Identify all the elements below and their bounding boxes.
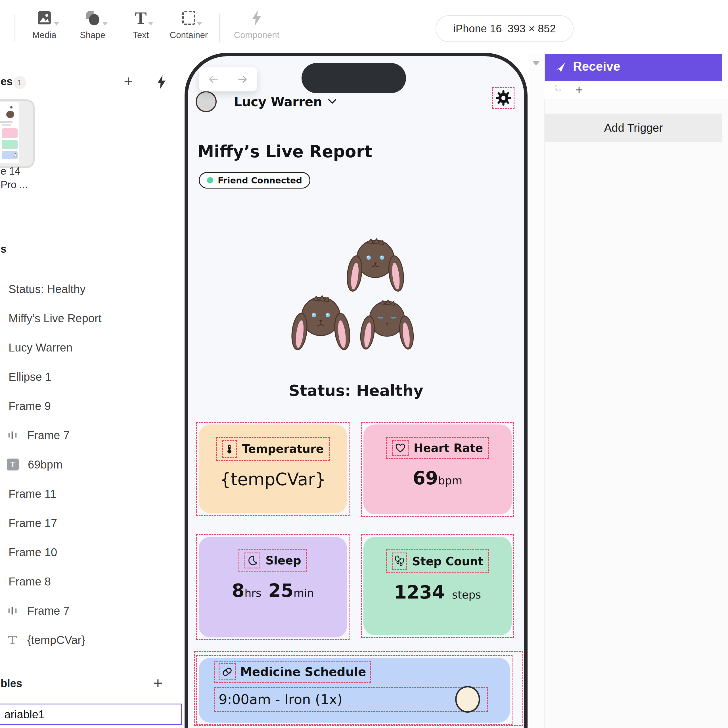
sleep-minutes: 25 <box>268 580 294 601</box>
user-name: Lucy Warren <box>234 95 322 109</box>
avatar[interactable] <box>196 91 217 112</box>
add-variable-button[interactable]: + <box>153 675 163 691</box>
page-lightning-button[interactable] <box>156 74 168 91</box>
card-label: Medicine Schedule <box>240 665 366 679</box>
footsteps-icon[interactable] <box>392 552 407 570</box>
layer-label: 69bpm <box>28 458 63 471</box>
layer-row[interactable]: Status: Healthy <box>0 281 182 297</box>
stack-bars-icon <box>7 430 18 441</box>
heart-rate-value[interactable]: 69 bpm <box>413 468 462 489</box>
report-title[interactable]: Miffy’s Live Report <box>197 142 372 161</box>
forward-button[interactable] <box>228 67 257 92</box>
back-arrow-icon <box>207 75 219 84</box>
medicine-entry-text: 9:00am - Iron (1x) <box>219 691 343 707</box>
add-page-button[interactable]: + <box>124 73 133 89</box>
temperature-card[interactable]: Temperature {tempCVar} <box>199 424 347 513</box>
container-tool-button[interactable]: Container <box>168 8 210 40</box>
text-outline-icon <box>7 634 18 645</box>
bunny-sleepy-illustration[interactable] <box>355 296 419 356</box>
card-label: Sleep <box>266 554 301 567</box>
layer-row[interactable]: Lucy Warren <box>0 339 182 356</box>
chevron-down-icon <box>148 22 154 26</box>
bunny-happy-illustration[interactable] <box>340 237 411 295</box>
layer-label: Frame 9 <box>0 400 51 413</box>
thumbnail-caption-line2: Pro ... <box>1 179 28 191</box>
layer-row[interactable]: {tempCVar} <box>0 632 182 648</box>
layer-row[interactable]: Frame 7 <box>0 603 182 619</box>
device-name: iPhone 16 <box>453 23 502 35</box>
text-tool-label: Text <box>133 30 149 40</box>
add-trigger-button[interactable]: Add Trigger <box>545 113 722 142</box>
medicine-entry-row[interactable]: 9:00am - Iron (1x) <box>214 687 488 712</box>
status-dot <box>207 177 213 184</box>
add-trigger-node-button[interactable]: + <box>575 82 583 97</box>
step-count-value[interactable]: 1234 steps <box>394 582 481 603</box>
user-name-row[interactable]: Lucy Warren <box>234 94 337 110</box>
layer-row[interactable]: Miffy’s Live Report <box>0 310 182 327</box>
container-tool-label: Container <box>170 30 208 40</box>
toolbar-divider <box>14 14 15 42</box>
variables-header: bles <box>1 678 22 690</box>
layers-header: s <box>1 243 6 255</box>
layer-label: {tempCVar} <box>27 634 85 647</box>
layer-row[interactable]: Frame 11 <box>0 486 182 502</box>
moon-icon[interactable] <box>245 552 260 569</box>
pill-icon[interactable] <box>219 663 236 680</box>
variable-name-input[interactable] <box>0 704 182 725</box>
status-text[interactable]: Status: Healthy <box>188 382 524 399</box>
layer-row[interactable]: T 69bpm <box>0 456 182 473</box>
layer-label: Ellipse 1 <box>0 370 51 383</box>
shape-tool-button[interactable]: Shape <box>71 8 114 40</box>
temperature-label-group[interactable]: Temperature <box>216 437 330 461</box>
send-icon <box>553 60 566 73</box>
medicine-label-group[interactable]: Medicine Schedule <box>214 661 371 683</box>
sleep-label-group[interactable]: Sleep <box>239 549 307 572</box>
heart-rate-card[interactable]: Heart Rate 69 bpm <box>363 424 512 514</box>
layer-row[interactable]: Frame 8 <box>0 573 182 590</box>
text-layer-icon: T <box>7 459 19 471</box>
shape-icon <box>84 8 101 28</box>
thermometer-icon[interactable] <box>222 440 237 458</box>
gear-icon <box>495 90 512 106</box>
settings-button[interactable] <box>492 87 514 109</box>
device-size-pill[interactable]: iPhone 16 393 × 852 <box>436 15 574 42</box>
friend-connected-badge[interactable]: Friend Connected <box>199 172 310 188</box>
media-icon <box>36 8 52 28</box>
component-tool-label: Component <box>234 30 279 40</box>
bunny-neutral-illustration[interactable] <box>286 294 355 354</box>
layer-row[interactable]: Frame 17 <box>0 515 182 531</box>
medicine-check-ellipse[interactable] <box>455 686 480 713</box>
media-tool-button[interactable]: Media <box>23 8 66 40</box>
text-icon: T <box>135 8 147 28</box>
sleep-value[interactable]: 8 hrs 25 min <box>232 580 314 601</box>
layer-row[interactable]: Ellipse 1 <box>0 369 182 385</box>
layer-label: Frame 7 <box>27 429 70 442</box>
thumbnail-caption-line1: e 14 <box>1 165 20 177</box>
back-button[interactable] <box>199 67 228 92</box>
temperature-value[interactable]: {tempCVar} <box>220 470 326 489</box>
heart-rate-label-group[interactable]: Heart Rate <box>386 437 489 459</box>
layer-row[interactable]: Frame 7 <box>0 427 182 444</box>
layer-row[interactable]: Frame 10 <box>0 544 182 560</box>
layer-label: Lucy Warren <box>0 341 72 354</box>
media-tool-label: Media <box>32 30 56 40</box>
collapse-caret-icon[interactable] <box>533 61 540 66</box>
layer-row[interactable]: Frame 9 <box>0 398 182 414</box>
component-tool-button[interactable]: Component <box>231 8 282 40</box>
text-tool-button[interactable]: T Text <box>119 8 162 40</box>
stack-bars-icon <box>7 605 18 616</box>
heart-icon[interactable] <box>392 440 408 456</box>
toolbar: Media Shape T Text Container <box>0 0 728 54</box>
receive-header[interactable]: Receive <box>545 52 722 81</box>
toolbar-divider <box>219 14 220 42</box>
sleep-card[interactable]: Sleep 8 hrs 25 min <box>199 537 347 638</box>
steps-unit: steps <box>452 589 481 601</box>
steps-number: 1234 <box>394 582 445 603</box>
layer-label: Status: Healthy <box>0 283 86 295</box>
chevron-down-icon <box>327 98 337 105</box>
medicine-card[interactable]: Medicine Schedule 9:00am - Iron (1x) <box>199 658 510 723</box>
sleep-hours-unit: hrs <box>245 587 262 600</box>
page-thumbnail[interactable] <box>0 99 35 168</box>
step-count-card[interactable]: Step Count 1234 steps <box>363 537 512 635</box>
step-count-label-group[interactable]: Step Count <box>386 549 489 573</box>
